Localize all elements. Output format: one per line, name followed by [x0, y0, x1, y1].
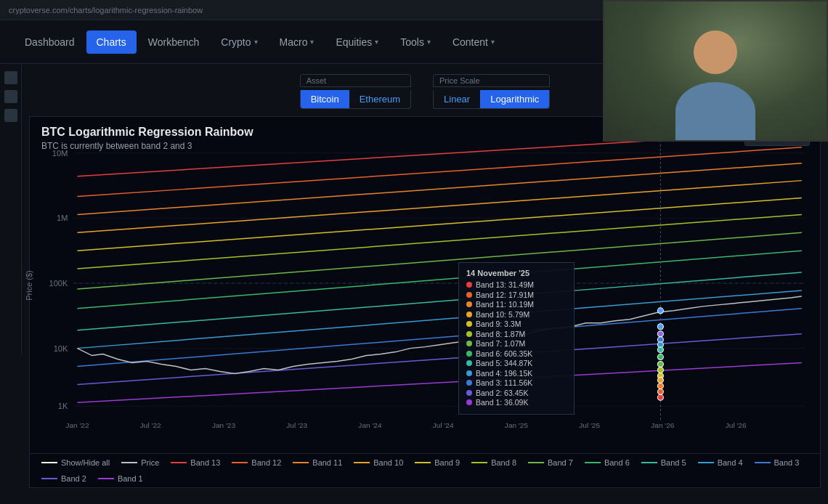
- legend-band-5-label: Band 5: [661, 458, 686, 467]
- chart-title: BTC Logarithmic Regression Rainbow: [41, 126, 253, 139]
- legend-band-5[interactable]: Band 5: [641, 458, 686, 467]
- asset-label: Asset: [300, 74, 411, 87]
- tooltip-dot-11: [466, 301, 472, 307]
- legend-band-1[interactable]: Band 1: [98, 474, 143, 483]
- sidebar-icon-3[interactable]: [4, 109, 17, 122]
- legend-band-1-label: Band 1: [118, 474, 143, 483]
- url-text: cryptoverse.com/charts/logarithmic-regre…: [9, 6, 203, 15]
- nav-crypto[interactable]: Crypto ▾: [211, 31, 267, 54]
- legend-band-10[interactable]: Band 10: [354, 458, 403, 467]
- svg-text:Jul '24: Jul '24: [433, 421, 454, 429]
- legend-band-7-label: Band 7: [548, 458, 573, 467]
- asset-options: Bitcoin Ethereum: [300, 90, 411, 109]
- tooltip-date: 14 November '25: [466, 269, 567, 277]
- chart-svg: 10M 1M 100K 10K 1K Jan '22 Jul '22 Jan '…: [30, 117, 820, 453]
- tooltip-dot-2: [466, 390, 472, 396]
- svg-text:Jan '23: Jan '23: [212, 421, 236, 429]
- legend-band-12-label: Band 12: [251, 458, 281, 467]
- svg-text:1K: 1K: [58, 402, 68, 410]
- nav-macro[interactable]: Macro ▾: [269, 31, 325, 54]
- legend-show-hide-label: Show/Hide all: [61, 458, 110, 467]
- tooltip-dot-3: [466, 380, 472, 386]
- scale-logarithmic[interactable]: Logarithmic: [480, 90, 549, 108]
- legend-band-6[interactable]: Band 6: [585, 458, 630, 467]
- chart-title-area: BTC Logarithmic Regression Rainbow BTC i…: [41, 126, 253, 151]
- svg-point-43: [657, 362, 663, 367]
- nav-dashboard[interactable]: Dashboard: [15, 31, 85, 54]
- legend-price-label: Price: [141, 458, 159, 467]
- legend-band-10-label: Band 10: [373, 458, 403, 467]
- legend-band-12[interactable]: Band 12: [232, 458, 281, 467]
- sidebar-icon-1[interactable]: [4, 71, 17, 84]
- chart-subtitle: BTC is currently between band 2 and 3: [41, 141, 253, 151]
- tooltip-row-7: Band 7: 1.07M: [466, 339, 567, 348]
- legend-band-8-label: Band 8: [491, 458, 516, 467]
- tooltip-label-5: Band 5: 344.87K: [476, 359, 532, 367]
- tooltip-row-5: Band 5: 344.87K: [466, 359, 567, 367]
- svg-point-37: [657, 324, 663, 330]
- asset-control: Asset Bitcoin Ethereum: [300, 74, 411, 109]
- sidebar-icon-2[interactable]: [4, 90, 17, 103]
- tooltip-label-13: Band 13: 31.49M: [476, 280, 534, 289]
- scale-control: Price Scale Linear Logarithmic: [433, 74, 550, 109]
- asset-bitcoin[interactable]: Bitcoin: [301, 90, 349, 108]
- nav-equities[interactable]: Equities ▾: [325, 31, 389, 54]
- y-axis-label: Price ($): [25, 270, 33, 301]
- scale-linear[interactable]: Linear: [434, 90, 480, 108]
- tooltip-dot-5: [466, 360, 472, 366]
- legend-band-13[interactable]: Band 13: [171, 458, 220, 467]
- nav-charts[interactable]: Charts: [86, 31, 137, 54]
- nav-workbench[interactable]: Workbench: [138, 31, 210, 54]
- legend-band-6-label: Band 6: [604, 458, 630, 467]
- legend-band-2[interactable]: Band 2: [41, 474, 86, 483]
- tooltip-row-1: Band 1: 36.09K: [466, 398, 567, 407]
- tooltip-dot-8: [466, 331, 472, 337]
- nav-content[interactable]: Content ▾: [442, 31, 505, 54]
- svg-point-47: [657, 383, 663, 389]
- legend-band-4[interactable]: Band 4: [698, 458, 743, 467]
- tooltip-label-3: Band 3: 111.56K: [476, 378, 532, 387]
- legend-band-11-label: Band 11: [312, 458, 342, 467]
- legend-band-9-label: Band 9: [434, 458, 460, 467]
- legend-band-2-label: Band 2: [61, 474, 86, 483]
- legend-band-9[interactable]: Band 9: [415, 458, 460, 467]
- legend-band-3[interactable]: Band 3: [755, 458, 800, 467]
- svg-text:Jan '26: Jan '26: [651, 421, 675, 429]
- tooltip-row-10: Band 10: 5.79M: [466, 310, 567, 319]
- svg-point-44: [657, 367, 663, 373]
- svg-point-42: [657, 354, 663, 360]
- tooltip-dot-10: [466, 312, 472, 317]
- tooltip-label-6: Band 6: 606.35K: [476, 349, 532, 358]
- tooltip-dot-13: [466, 282, 472, 288]
- legend-band-11[interactable]: Band 11: [293, 458, 342, 467]
- tooltip-label-10: Band 10: 5.79M: [476, 310, 529, 319]
- legend-band-13-label: Band 13: [190, 458, 220, 467]
- legend-price[interactable]: Price: [121, 458, 159, 467]
- svg-text:Jul '26: Jul '26: [726, 421, 747, 429]
- legend-band-3-label: Band 3: [774, 458, 800, 467]
- tooltip-row-11: Band 11: 10.19M: [466, 300, 567, 309]
- svg-text:Jul '22: Jul '22: [140, 421, 161, 429]
- svg-point-36: [657, 308, 663, 314]
- scale-label: Price Scale: [433, 74, 550, 87]
- tooltip-dot-1: [466, 399, 472, 405]
- svg-text:Jan '25: Jan '25: [505, 421, 529, 429]
- legend-band-7[interactable]: Band 7: [528, 458, 573, 467]
- legend-band-4-label: Band 4: [718, 458, 743, 467]
- asset-ethereum[interactable]: Ethereum: [349, 90, 410, 108]
- tooltip: 14 November '25 Band 13: 31.49M Band 12:…: [458, 262, 575, 415]
- nav-menu: Dashboard Charts Workbench Crypto ▾ Macr…: [15, 31, 505, 54]
- svg-text:Jan '22: Jan '22: [65, 421, 89, 429]
- tooltip-dot-7: [466, 341, 472, 346]
- svg-point-46: [657, 377, 663, 383]
- svg-point-38: [657, 331, 663, 337]
- nav-tools[interactable]: Tools ▾: [390, 31, 441, 54]
- webcam-person: [604, 1, 827, 140]
- legend-show-hide[interactable]: Show/Hide all: [41, 458, 110, 467]
- legend-band-8[interactable]: Band 8: [471, 458, 516, 467]
- left-sidebar: [0, 64, 22, 354]
- tooltip-label-4: Band 4: 196.15K: [476, 369, 532, 378]
- svg-text:Jul '25: Jul '25: [579, 421, 600, 429]
- svg-text:Jul '23: Jul '23: [286, 421, 307, 429]
- svg-point-49: [657, 394, 663, 400]
